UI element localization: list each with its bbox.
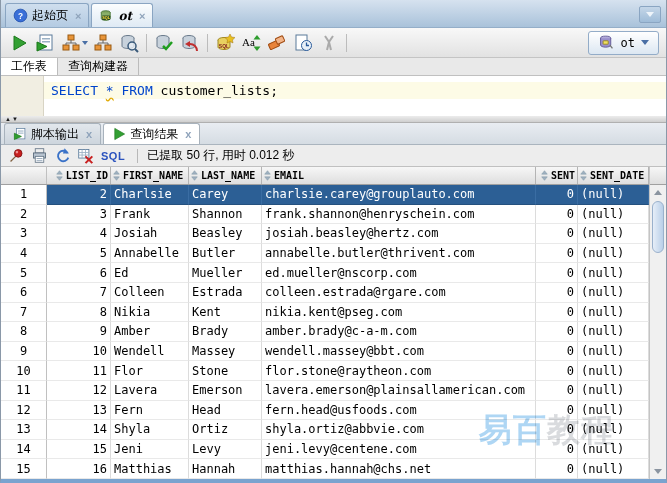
- commit-icon[interactable]: [151, 31, 177, 55]
- cell-sent[interactable]: 0: [536, 459, 578, 479]
- cell-first_name[interactable]: Wendell: [111, 342, 189, 362]
- table-row[interactable]: 45AnnabelleButlerannabelle.butler@thrive…: [1, 244, 649, 264]
- cell-last_name[interactable]: Kent: [189, 303, 262, 323]
- cell-last_name[interactable]: Butler: [189, 244, 262, 264]
- cell-sent_date[interactable]: (null): [578, 459, 649, 479]
- vertical-scrollbar[interactable]: [649, 167, 666, 479]
- cell-last_name[interactable]: Emerson: [189, 381, 262, 401]
- cell-sent[interactable]: 0: [536, 322, 578, 342]
- cell-sent[interactable]: 0: [536, 303, 578, 323]
- sql-code-line[interactable]: SELECT * FROM customer_lists;: [44, 82, 666, 99]
- cell-email[interactable]: josiah.beasley@hertz.com: [262, 224, 536, 244]
- cell-first_name[interactable]: Colleen: [111, 283, 189, 303]
- cell-list_id[interactable]: 6: [47, 263, 111, 283]
- column-header-sent[interactable]: SENT: [536, 167, 578, 184]
- cell-last_name[interactable]: Mueller: [189, 263, 262, 283]
- cell-list_id[interactable]: 3: [47, 205, 111, 225]
- cell-email[interactable]: nikia.kent@pseg.com: [262, 303, 536, 323]
- cell-last_name[interactable]: Levy: [189, 440, 262, 460]
- cell-email[interactable]: amber.brady@c-a-m.com: [262, 322, 536, 342]
- pin-icon[interactable]: [5, 146, 28, 166]
- table-row[interactable]: 1112LaveraEmersonlavera.emerson@plainsal…: [1, 381, 649, 401]
- cell-sent[interactable]: 0: [536, 342, 578, 362]
- cell-sent[interactable]: 0: [536, 263, 578, 283]
- cell-email[interactable]: charlsie.carey@grouplauto.com: [262, 185, 536, 205]
- cell-sent[interactable]: 0: [536, 283, 578, 303]
- tab-worksheet-ot[interactable]: SQL ot ×: [91, 3, 153, 27]
- row-number-cell[interactable]: 11: [1, 381, 47, 401]
- cell-list_id[interactable]: 7: [47, 283, 111, 303]
- autotrace-icon[interactable]: [90, 31, 116, 55]
- sql-editor[interactable]: SELECT * FROM customer_lists;: [1, 76, 666, 116]
- cell-sent_date[interactable]: (null): [578, 322, 649, 342]
- column-header-last_name[interactable]: LAST_NAME: [189, 167, 262, 184]
- cell-first_name[interactable]: Josiah: [111, 224, 189, 244]
- cell-list_id[interactable]: 11: [47, 361, 111, 381]
- editor-code-area[interactable]: SELECT * FROM customer_lists;: [44, 76, 666, 116]
- column-header-first_name[interactable]: FIRST_NAME: [111, 167, 189, 184]
- sql-history-icon[interactable]: [290, 31, 316, 55]
- table-row[interactable]: 67ColleenEstradacolleen.estrada@rgare.co…: [1, 283, 649, 303]
- row-number-cell[interactable]: 13: [1, 420, 47, 440]
- print-icon[interactable]: [28, 146, 51, 166]
- cell-sent[interactable]: 0: [536, 185, 578, 205]
- cell-first_name[interactable]: Jeni: [111, 440, 189, 460]
- cell-list_id[interactable]: 8: [47, 303, 111, 323]
- cell-list_id[interactable]: 4: [47, 224, 111, 244]
- row-number-cell[interactable]: 8: [1, 322, 47, 342]
- column-header-sent_date[interactable]: SENT_DATE: [578, 167, 649, 184]
- table-row[interactable]: 1415JeniLevyjeni.levy@centene.com0(null): [1, 440, 649, 460]
- row-number-cell[interactable]: 2: [1, 205, 47, 225]
- row-number-header[interactable]: [1, 167, 47, 184]
- unshared-worksheet-icon[interactable]: SQL: [212, 31, 238, 55]
- cell-list_id[interactable]: 14: [47, 420, 111, 440]
- cell-email[interactable]: flor.stone@raytheon.com: [262, 361, 536, 381]
- row-number-cell[interactable]: 1: [1, 185, 47, 205]
- cell-sent_date[interactable]: (null): [578, 303, 649, 323]
- row-number-cell[interactable]: 3: [1, 224, 47, 244]
- cell-last_name[interactable]: Beasley: [189, 224, 262, 244]
- tab-query-builder[interactable]: 查询构建器: [58, 58, 139, 75]
- sql-link[interactable]: SQL: [101, 150, 125, 162]
- cell-sent_date[interactable]: (null): [578, 361, 649, 381]
- tab-query-result[interactable]: 查询结果 x: [103, 123, 200, 144]
- rollback-icon[interactable]: [177, 31, 203, 55]
- cell-email[interactable]: annabelle.butler@thrivent.com: [262, 244, 536, 264]
- cell-last_name[interactable]: Brady: [189, 322, 262, 342]
- cell-first_name[interactable]: Matthias: [111, 459, 189, 479]
- column-header-list_id[interactable]: LIST_ID: [47, 167, 111, 184]
- cell-first_name[interactable]: Fern: [111, 401, 189, 421]
- cell-email[interactable]: fern.head@usfoods.com: [262, 401, 536, 421]
- cell-sent_date[interactable]: (null): [578, 420, 649, 440]
- table-row[interactable]: 34JosiahBeasleyjosiah.beasley@hertz.com0…: [1, 224, 649, 244]
- table-row[interactable]: 89AmberBradyamber.brady@c-a-m.com0(null): [1, 322, 649, 342]
- cell-list_id[interactable]: 9: [47, 322, 111, 342]
- cell-list_id[interactable]: 12: [47, 381, 111, 401]
- cell-list_id[interactable]: 15: [47, 440, 111, 460]
- cell-sent_date[interactable]: (null): [578, 342, 649, 362]
- row-number-cell[interactable]: 10: [1, 361, 47, 381]
- tab-start-page[interactable]: ? 起始页 ×: [5, 3, 89, 27]
- cell-email[interactable]: ed.mueller@nscorp.com: [262, 263, 536, 283]
- cell-sent[interactable]: 0: [536, 420, 578, 440]
- cell-last_name[interactable]: Carey: [189, 185, 262, 205]
- table-row[interactable]: 56EdMuellered.mueller@nscorp.com0(null): [1, 263, 649, 283]
- delete-grid-icon[interactable]: [74, 146, 97, 166]
- cell-first_name[interactable]: Annabelle: [111, 244, 189, 264]
- scroll-up-button[interactable]: [650, 185, 666, 200]
- cell-sent_date[interactable]: (null): [578, 205, 649, 225]
- row-number-cell[interactable]: 7: [1, 303, 47, 323]
- row-number-cell[interactable]: 12: [1, 401, 47, 421]
- cell-list_id[interactable]: 16: [47, 459, 111, 479]
- cell-sent[interactable]: 0: [536, 361, 578, 381]
- row-number-cell[interactable]: 6: [1, 283, 47, 303]
- cell-first_name[interactable]: Flor: [111, 361, 189, 381]
- close-icon[interactable]: x: [86, 128, 92, 140]
- cell-email[interactable]: colleen.estrada@rgare.com: [262, 283, 536, 303]
- cell-first_name[interactable]: Shyla: [111, 420, 189, 440]
- table-row[interactable]: 78NikiaKentnikia.kent@pseg.com0(null): [1, 303, 649, 323]
- cell-last_name[interactable]: Head: [189, 401, 262, 421]
- table-row[interactable]: 1011FlorStoneflor.stone@raytheon.com0(nu…: [1, 361, 649, 381]
- cell-sent[interactable]: 0: [536, 205, 578, 225]
- cell-email[interactable]: wendell.massey@bbt.com: [262, 342, 536, 362]
